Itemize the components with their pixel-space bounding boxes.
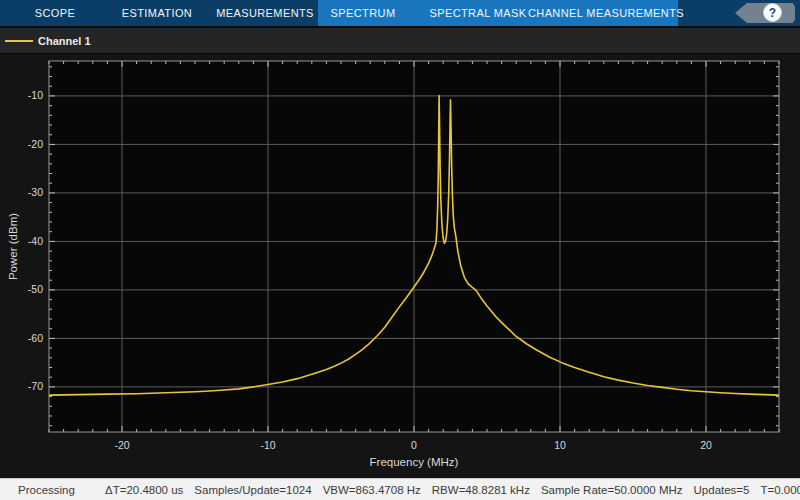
svg-text:-20: -20 — [28, 138, 43, 150]
tab-measurements[interactable]: MEASUREMENTS — [212, 0, 318, 26]
help-button[interactable]: ? — [735, 3, 795, 23]
tab-estimation[interactable]: ESTIMATION — [116, 0, 198, 26]
tab-channel-measurements[interactable]: CHANNEL MEASUREMENTS — [530, 0, 682, 26]
status-samples-per-update: Samples/Update=1024 — [194, 484, 311, 496]
help-icon[interactable]: ? — [763, 3, 782, 22]
svg-text:-60: -60 — [28, 332, 43, 344]
svg-text:-70: -70 — [28, 380, 43, 392]
svg-text:-50: -50 — [28, 283, 43, 295]
svg-text:-40: -40 — [28, 235, 43, 247]
tab-scope[interactable]: SCOPE — [28, 0, 82, 26]
legend-channel-label: Channel 1 — [38, 35, 91, 47]
svg-text:Power (dBm): Power (dBm) — [7, 213, 19, 280]
tab-spectral-mask[interactable]: SPECTRAL MASK — [428, 0, 528, 26]
status-state: Processing — [18, 484, 75, 496]
toolstrip: SCOPE ESTIMATION MEASUREMENTS SPECTRUM S… — [0, 0, 800, 26]
svg-text:-30: -30 — [28, 186, 43, 198]
status-rbw: RBW=48.8281 kHz — [432, 484, 530, 496]
legend[interactable]: Channel 1 — [0, 26, 800, 54]
tab-spectrum[interactable]: SPECTRUM — [326, 0, 400, 26]
svg-text:Frequency (MHz): Frequency (MHz) — [370, 456, 459, 468]
status-sample-rate: Sample Rate=50.0000 MHz — [541, 484, 683, 496]
status-vbw: VBW=863.4708 Hz — [323, 484, 421, 496]
svg-text:-20: -20 — [114, 439, 129, 451]
status-updates: Updates=5 — [694, 484, 750, 496]
spectrum-analyzer-window: SCOPE ESTIMATION MEASUREMENTS SPECTRUM S… — [0, 0, 800, 500]
status-bar: Processing ΔT=20.4800 us Samples/Update=… — [0, 478, 800, 500]
spectrum-plot-canvas: -20-1001020-70-60-50-40-30-20-10Frequenc… — [0, 55, 800, 478]
status-metrics: ΔT=20.4800 us Samples/Update=1024 VBW=86… — [105, 484, 800, 496]
svg-text:-10: -10 — [260, 439, 275, 451]
svg-text:10: 10 — [554, 439, 566, 451]
status-time: T=0.0001 — [760, 484, 800, 496]
spectrum-plot[interactable]: -20-1001020-70-60-50-40-30-20-10Frequenc… — [0, 55, 800, 478]
legend-line-sample — [5, 40, 33, 42]
svg-text:-10: -10 — [28, 89, 43, 101]
status-delta-t: ΔT=20.4800 us — [105, 484, 183, 496]
svg-text:0: 0 — [411, 439, 417, 451]
svg-text:20: 20 — [700, 439, 712, 451]
